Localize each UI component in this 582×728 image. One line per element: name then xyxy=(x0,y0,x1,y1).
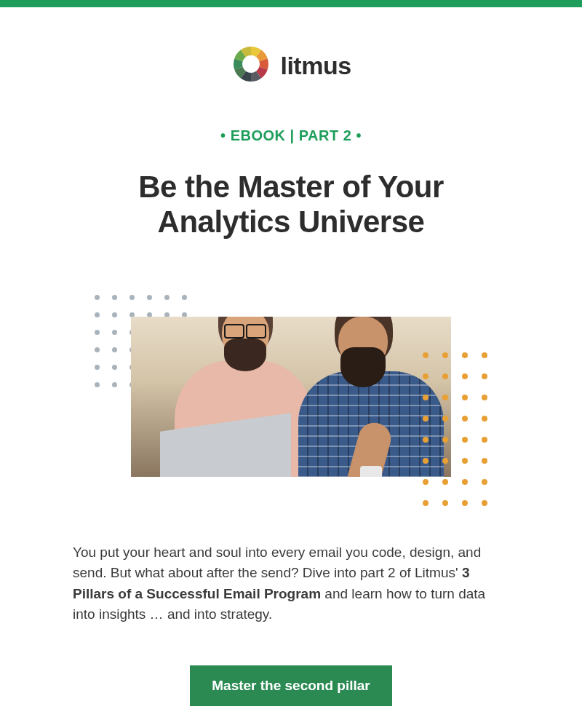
hero-image-block xyxy=(73,280,509,506)
cta-button[interactable]: Master the second pillar xyxy=(190,665,392,706)
top-accent-bar xyxy=(0,0,582,7)
eyebrow-label: • EBOOK | PART 2 • xyxy=(73,127,509,144)
brand-logo[interactable]: litmus xyxy=(231,44,351,87)
body-paragraph: You put your heart and soul into every e… xyxy=(73,542,509,625)
orange-dot-grid-icon xyxy=(423,352,487,506)
litmus-circle-icon xyxy=(231,44,271,87)
hero-photo xyxy=(131,317,451,477)
brand-name: litmus xyxy=(280,52,351,80)
body-pre-text: You put your heart and soul into every e… xyxy=(73,545,481,581)
logo-block: litmus xyxy=(73,7,509,87)
email-container: litmus • EBOOK | PART 2 • Be the Master … xyxy=(73,7,509,728)
cta-block: Master the second pillar xyxy=(73,665,509,706)
page-headline: Be the Master of Your Analytics Universe xyxy=(73,170,509,240)
